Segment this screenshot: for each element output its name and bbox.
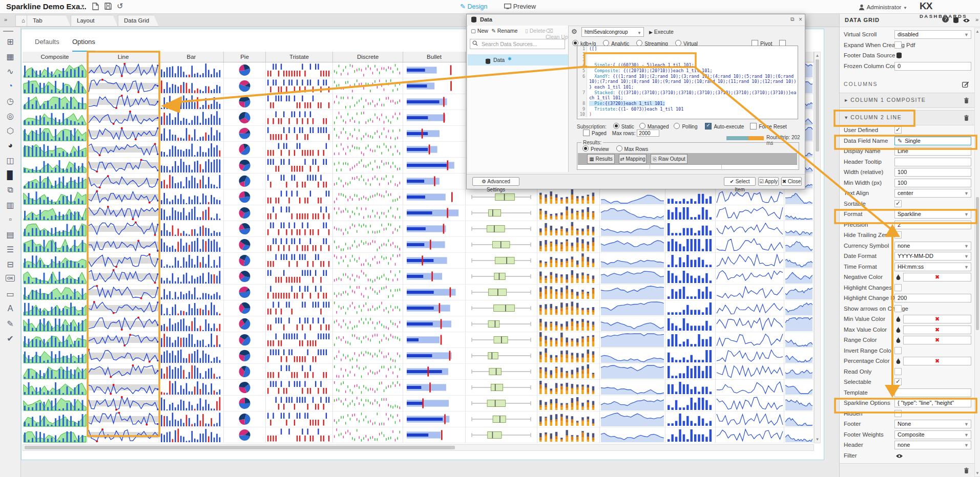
expand-when-creating-pdf-checkbox[interactable]	[894, 41, 902, 49]
min-value-color-color-field[interactable]: ✖	[903, 315, 971, 323]
hidden-checkbox[interactable]	[894, 410, 902, 417]
droplet-icon[interactable]	[894, 273, 902, 281]
panel-column-column-1-composite[interactable]: ▸ COLUMN 1 COMPOSITE	[840, 93, 974, 108]
sidebar-expander-icon[interactable]: »	[4, 16, 7, 23]
connection-select[interactable]: html5evalcongroup▼	[581, 27, 644, 37]
droplet-icon[interactable]	[894, 357, 902, 365]
panel-scrollbar[interactable]: ▲ ▼	[974, 28, 980, 477]
user-defined-checkbox[interactable]	[894, 126, 902, 134]
apply-button[interactable]: ☑ Apply	[758, 177, 779, 186]
sortable-checkbox[interactable]	[894, 200, 902, 207]
code-editor[interactable]: 1([]2 3 4 Single:{ ((60?30) - 5)}each 1_…	[577, 46, 798, 119]
preview-mode-button[interactable]: Preview	[504, 3, 536, 10]
column-header-discrete[interactable]: Discrete	[333, 52, 403, 62]
results-tab-mapping[interactable]: ⇄ Mapping	[619, 154, 647, 164]
precision-input[interactable]: 2	[894, 221, 971, 229]
new-dashboard-icon[interactable]	[92, 3, 99, 12]
close-button[interactable]: ✖ Close	[781, 177, 802, 186]
trash-icon[interactable]	[964, 97, 969, 106]
checkbox-paged[interactable]: Paged	[583, 131, 607, 136]
gauge-icon[interactable]: ◷	[0, 96, 20, 106]
results-tab-raw-output[interactable]: ⎘ Raw Output	[651, 154, 687, 164]
read-only-checkbox[interactable]	[894, 368, 902, 375]
format-select[interactable]: Sparkline▼	[894, 210, 971, 219]
column-header-bullet[interactable]: Bullet	[403, 52, 466, 62]
tab-defaults[interactable]: Defaults	[35, 33, 59, 51]
virtual-scroll-select[interactable]: disabled▼	[894, 30, 971, 39]
template-input[interactable]	[894, 388, 971, 397]
pivot-grid-icon[interactable]: ▦	[0, 52, 20, 61]
droplet-icon[interactable]	[894, 336, 902, 344]
breadcrumb-item-tab-control[interactable]: Tab Control	[27, 15, 71, 27]
header-select[interactable]: none▼	[894, 441, 971, 449]
data-field-name-input[interactable]: ✎Single	[894, 137, 971, 145]
annotation-icon[interactable]: ✎	[0, 319, 20, 329]
header-tooltip-input[interactable]	[894, 158, 971, 166]
column-header-bar[interactable]: Bar	[159, 52, 224, 62]
canvas-icon[interactable]: ▉	[0, 170, 20, 180]
hide-trailing-zeroes-checkbox[interactable]	[894, 231, 902, 238]
cube-3d-icon[interactable]: ⬡	[0, 126, 20, 136]
subscription-radio-managed[interactable]: Managed	[639, 124, 669, 129]
max-value-color-color-field[interactable]: ✖	[903, 326, 971, 334]
rename-datasource-button[interactable]: ✎ Rename	[491, 28, 517, 34]
data-grid-icon[interactable]: ⊞	[0, 37, 20, 47]
invert-range-color-checkbox[interactable]	[894, 347, 902, 354]
grid-vertical-scrollbar[interactable]: ▲ ▼	[814, 52, 821, 443]
connection-gear-icon[interactable]: ⚙	[571, 28, 577, 35]
column-header-composite[interactable]: Composite	[23, 52, 88, 62]
subscription-radio-polling[interactable]: Polling	[674, 124, 697, 129]
footer-weights-select[interactable]: Composite▼	[894, 430, 971, 439]
select-item-button[interactable]: ✔ Select Item	[724, 177, 756, 186]
column-header-pie[interactable]: Pie	[224, 52, 266, 62]
cleanup-datasource-button[interactable]: ⌫ Clean Up	[546, 28, 568, 40]
close-icon[interactable]: ×	[799, 16, 802, 23]
execute-button[interactable]: ▶ Execute	[649, 29, 674, 35]
pie-chart-icon[interactable]: ◔	[0, 81, 20, 91]
dialog-title-bar[interactable]: Data ⧉ ×	[467, 14, 805, 26]
negative-color-color-field[interactable]: ✖	[903, 273, 971, 281]
highlight-change-duration-input[interactable]: 200	[894, 294, 971, 302]
columns-icon[interactable]: ▥	[0, 200, 20, 210]
breadcrumb-item-data-grid[interactable]: Data Grid	[118, 15, 159, 27]
edit-columns-icon[interactable]	[962, 80, 969, 90]
max-rows-input[interactable]: 2000	[637, 129, 659, 137]
frozen-column-count-input[interactable]: 0	[894, 62, 971, 71]
date-format-select[interactable]: YYYY-MM-DD▼	[894, 252, 971, 261]
show-arrows-on-change-checkbox[interactable]	[894, 305, 902, 312]
column-header-line[interactable]: Line	[88, 52, 159, 62]
rows-icon[interactable]: ▤	[0, 230, 20, 240]
display-name-input[interactable]: Line	[894, 147, 971, 156]
text-input-icon[interactable]: ▭	[0, 289, 20, 299]
currency-symbol-select[interactable]: none▼	[894, 242, 971, 250]
grid-horizontal-scrollbar[interactable]	[23, 444, 814, 451]
results-radio-preview[interactable]: Preview	[582, 146, 609, 152]
tab-options[interactable]: Options	[72, 33, 95, 52]
new-datasource-button[interactable]: ▢ New	[471, 28, 488, 34]
width-relative--input[interactable]: 100	[894, 168, 971, 177]
form-icon[interactable]: ⊟	[0, 259, 20, 269]
checkbox-force-reset[interactable]: Force Reset	[750, 124, 786, 129]
eye-icon[interactable]	[894, 451, 904, 460]
design-mode-button[interactable]: ✎ Design	[460, 3, 487, 10]
results-radio-max-rows[interactable]: Max Rows	[616, 146, 649, 152]
results-tab-results[interactable]: ▦ Results	[587, 154, 615, 164]
range-color-color-field[interactable]: ✖	[903, 336, 971, 344]
undo-icon[interactable]: ↺	[117, 2, 123, 11]
database-icon[interactable]	[894, 51, 904, 60]
advanced-settings-button[interactable]: ⚙ Advanced Settings	[472, 177, 519, 186]
checkbox-auto-execute[interactable]: Auto-execute	[705, 124, 744, 129]
delete-datasource-button[interactable]: ▯ Delete	[525, 28, 545, 34]
trash-icon[interactable]	[964, 114, 969, 123]
text-align-select[interactable]: center▼	[894, 189, 971, 198]
list-icon[interactable]: ☰	[0, 245, 20, 254]
text-icon[interactable]: A	[0, 304, 20, 313]
droplet-icon[interactable]	[894, 315, 902, 323]
popout-icon[interactable]: ⧉	[790, 16, 795, 23]
drop-target-icon[interactable]: ▫	[0, 215, 20, 224]
donut-chart-icon[interactable]: ◎	[0, 111, 20, 121]
sphere-icon[interactable]: ◕	[0, 141, 20, 150]
percentage-color-color-field[interactable]: ✖	[903, 357, 971, 365]
breadcrumb-item-layout-panel[interactable]: Layout Panel	[71, 15, 118, 27]
title-caret-icon[interactable]: ▼	[80, 4, 85, 9]
